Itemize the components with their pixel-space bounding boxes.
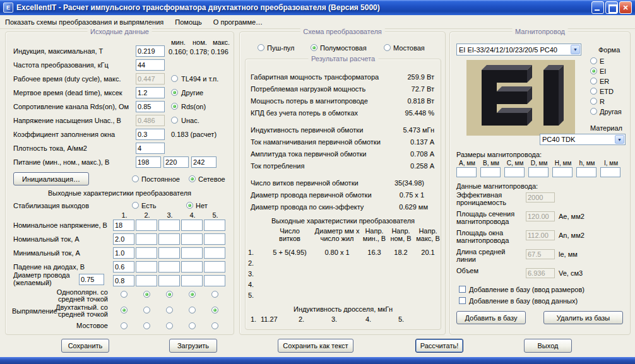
radio-push-pull[interactable] xyxy=(258,44,264,51)
radio-other-drivers[interactable] xyxy=(171,89,178,96)
dim-input-h-big[interactable] xyxy=(552,167,573,177)
dim-input-i[interactable] xyxy=(600,167,620,177)
cell-diodedrop-1[interactable] xyxy=(113,261,134,273)
save-as-text-button[interactable]: Сохранить как текст xyxy=(278,339,353,353)
col-header-nom: ном. xyxy=(193,38,207,46)
radio-form-e[interactable] xyxy=(590,57,597,64)
cell-current-5[interactable] xyxy=(204,233,225,245)
radio-rect-bridge-3[interactable] xyxy=(166,322,173,329)
input-dead-time[interactable] xyxy=(136,87,165,98)
radio-rect-pushpull-1[interactable] xyxy=(121,307,128,314)
core-select[interactable]: EI EI-33/24/12/10/23/20/5 PC40 ▼ xyxy=(456,44,581,56)
input-induction[interactable] xyxy=(136,45,165,57)
radio-form-etd[interactable] xyxy=(590,88,597,95)
input-wire-diameter-desired[interactable] xyxy=(79,274,104,285)
out-col-2: 2. xyxy=(136,211,158,219)
cell-voltage-4[interactable] xyxy=(181,220,203,231)
input-fill-factor[interactable] xyxy=(136,129,165,140)
radio-dc-supply[interactable] xyxy=(132,175,139,182)
cell-wire-4[interactable] xyxy=(181,275,203,286)
cell-voltage-5[interactable] xyxy=(204,220,225,231)
input-supply-max[interactable] xyxy=(191,156,217,168)
exit-button[interactable]: Выход xyxy=(524,339,572,353)
radio-stab-no[interactable] xyxy=(186,202,193,209)
radio-half-bridge[interactable] xyxy=(311,44,318,51)
chevron-down-icon[interactable]: ▼ xyxy=(615,135,624,144)
minimize-button[interactable] xyxy=(591,1,604,14)
cell-diodedrop-5[interactable] xyxy=(204,261,225,273)
calculate-button[interactable]: Рассчитать! xyxy=(415,339,463,353)
cell-mincurrent-3[interactable] xyxy=(158,247,180,259)
radio-stab-yes[interactable] xyxy=(132,202,139,209)
radio-other-drivers-label: Другие xyxy=(181,89,203,97)
radio-rect-pushpull-4[interactable] xyxy=(189,307,196,314)
maximize-button[interactable] xyxy=(605,1,618,14)
radio-mains-supply[interactable] xyxy=(189,175,196,182)
dim-input-b[interactable] xyxy=(480,167,501,177)
radio-rect-unipolar-3[interactable] xyxy=(166,291,173,298)
input-rds-on[interactable] xyxy=(136,101,165,112)
cell-mincurrent-5[interactable] xyxy=(204,247,225,259)
radio-rect-unipolar-2[interactable] xyxy=(143,291,150,298)
radio-rds-on[interactable] xyxy=(171,103,178,110)
cell-voltage-1[interactable] xyxy=(113,220,134,231)
cell-voltage-3[interactable] xyxy=(158,220,180,231)
taskbar[interactable] xyxy=(0,357,635,364)
cell-wire-3[interactable] xyxy=(158,275,180,286)
delete-from-base-button[interactable]: Удалить из базы xyxy=(543,311,623,324)
radio-form-ei[interactable] xyxy=(590,68,597,74)
cell-current-1[interactable] xyxy=(113,233,134,245)
radio-full-bridge[interactable] xyxy=(384,44,391,51)
chevron-down-icon[interactable]: ▼ xyxy=(571,45,580,54)
cell-mincurrent-4[interactable] xyxy=(181,247,203,259)
checkbox-add-by-data[interactable] xyxy=(459,297,466,304)
input-supply-nom[interactable] xyxy=(163,156,189,168)
cell-wire-2[interactable] xyxy=(136,275,157,286)
dim-input-d[interactable] xyxy=(528,167,549,177)
radio-rect-pushpull-5[interactable] xyxy=(211,307,218,314)
radio-form-er[interactable] xyxy=(590,78,597,85)
menu-show-schemes[interactable]: Показать схемы преобразования и выпрямле… xyxy=(5,18,163,26)
dim-input-h-small[interactable] xyxy=(576,167,596,177)
cell-diodedrop-4[interactable] xyxy=(181,261,203,273)
cell-current-4[interactable] xyxy=(181,233,203,245)
input-supply-min[interactable] xyxy=(136,156,161,168)
dim-input-a[interactable] xyxy=(456,167,477,177)
cell-wire-5[interactable] xyxy=(204,275,225,286)
dim-input-c[interactable] xyxy=(504,167,525,177)
radio-rect-bridge-5[interactable] xyxy=(211,322,218,329)
load-button[interactable]: Загрузить xyxy=(169,339,217,353)
close-button[interactable] xyxy=(619,1,632,14)
radio-rect-bridge-4[interactable] xyxy=(189,322,196,329)
cell-current-3[interactable] xyxy=(158,233,180,245)
radio-rect-bridge-2[interactable] xyxy=(143,322,150,329)
radio-tl494[interactable] xyxy=(171,75,178,82)
cell-mincurrent-1[interactable] xyxy=(113,247,134,259)
checkbox-add-by-dims[interactable] xyxy=(459,286,466,293)
material-select[interactable]: PC40 TDK ▼ xyxy=(540,134,626,145)
radio-rect-unipolar-1[interactable] xyxy=(121,291,128,298)
radio-rect-bridge-1[interactable] xyxy=(121,322,128,329)
init-button[interactable]: Инициализация… xyxy=(13,172,89,185)
menu-about[interactable]: О программе… xyxy=(213,18,263,26)
radio-form-r[interactable] xyxy=(590,98,597,105)
input-frequency[interactable] xyxy=(136,59,165,71)
core-section-area-label: Площадь сечения магнитопровода xyxy=(456,210,523,225)
cell-mincurrent-2[interactable] xyxy=(136,247,157,259)
outtbl-cell-vnom: 18.2 xyxy=(388,249,413,256)
cell-diodedrop-3[interactable] xyxy=(158,261,180,273)
cell-diodedrop-2[interactable] xyxy=(136,261,157,273)
radio-rect-unipolar-5[interactable] xyxy=(211,291,218,298)
radio-unas[interactable] xyxy=(171,117,178,124)
cell-voltage-2[interactable] xyxy=(136,220,157,231)
add-to-base-button[interactable]: Добавить в базу xyxy=(456,311,526,324)
cell-current-2[interactable] xyxy=(136,233,157,245)
cell-wire-1[interactable] xyxy=(113,275,134,286)
menu-help[interactable]: Помощь xyxy=(175,18,202,26)
radio-form-other[interactable] xyxy=(590,108,597,115)
input-current-density[interactable] xyxy=(136,143,165,154)
radio-rect-pushpull-3[interactable] xyxy=(166,307,173,314)
radio-rect-unipolar-4[interactable] xyxy=(189,291,196,298)
save-button[interactable]: Сохранить xyxy=(61,339,109,353)
radio-rect-pushpull-2[interactable] xyxy=(143,307,150,314)
